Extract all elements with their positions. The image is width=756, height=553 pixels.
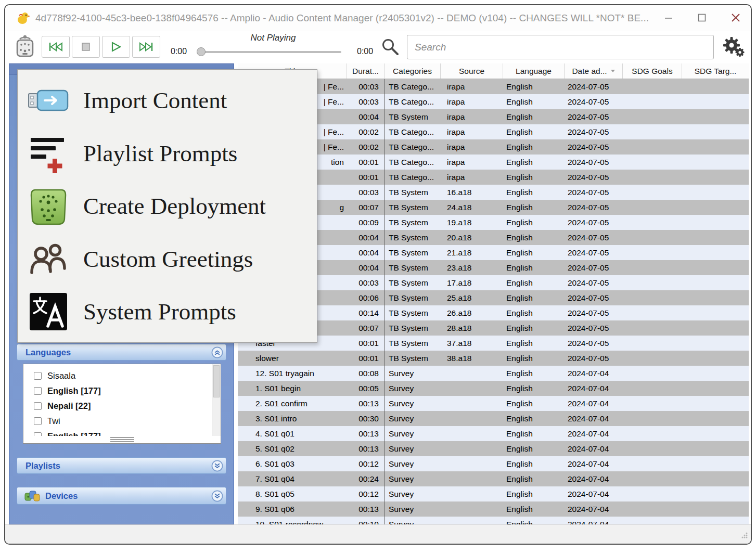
table-row[interactable]: 3. S01 intro00:30SurveyEnglish2024-07-04: [238, 411, 749, 426]
collapse-up-icon[interactable]: [211, 346, 223, 358]
maximize-button[interactable]: [698, 14, 706, 22]
column-header-lang[interactable]: Language: [503, 63, 565, 79]
cell-targ: [682, 230, 749, 245]
menu-item-custom-greetings[interactable]: Custom Greetings: [26, 236, 309, 282]
cell-dur: 00:13: [347, 441, 385, 456]
cell-cat: TB System: [385, 109, 441, 124]
next-button[interactable]: [132, 36, 160, 58]
cell-title: slower: [238, 351, 347, 366]
column-header-date[interactable]: Date ad...: [565, 63, 623, 79]
table-row[interactable]: 2. S01 confirm00:13SurveyEnglish2024-07-…: [238, 396, 749, 411]
cell-dur: 00:04: [347, 260, 385, 275]
cell-targ: [682, 381, 749, 396]
settings-gears-icon[interactable]: [722, 36, 745, 60]
language-checkbox[interactable]: [34, 417, 42, 425]
cell-date: 2024-07-05: [565, 290, 623, 305]
previous-button[interactable]: [42, 36, 70, 58]
table-row[interactable]: slower00:01TB System38.a18English2024-07…: [238, 351, 749, 366]
cell-dur: 00:13: [347, 396, 385, 411]
expand-down-icon[interactable]: [211, 490, 223, 502]
table-row[interactable]: 7. S01 q0400:24SurveyEnglish2024-07-04: [238, 471, 749, 486]
cell-src: irapa: [441, 124, 503, 139]
sidebar-section-playlists[interactable]: Playlists: [17, 457, 226, 474]
language-option[interactable]: Twi: [23, 414, 212, 429]
cell-dur: 00:01: [347, 351, 385, 366]
cell-src: 21.a18: [441, 245, 503, 260]
cell-dur: 00:09: [347, 215, 385, 230]
language-option[interactable]: Nepali [22]: [23, 398, 212, 414]
menu-item-create-deployment[interactable]: Create Deployment: [26, 183, 309, 229]
cell-goals: [623, 215, 682, 230]
scrollbar-thumb[interactable]: [213, 365, 220, 397]
table-row[interactable]: 4. S01 q0100:13SurveyEnglish2024-07-04: [238, 426, 749, 441]
cell-src: [441, 486, 503, 501]
search-icon[interactable]: [381, 37, 400, 58]
table-row[interactable]: 6. S01 q0300:12SurveyEnglish2024-07-04: [238, 456, 749, 471]
stop-button[interactable]: [72, 36, 100, 58]
search-input[interactable]: [407, 35, 714, 59]
cell-lang: English: [503, 94, 565, 109]
cell-targ: [682, 245, 749, 260]
cell-targ: [682, 351, 749, 366]
cell-dur: 00:04: [347, 109, 385, 124]
column-header-targ[interactable]: SDG Targ...: [682, 63, 749, 79]
sidebar-section-devices[interactable]: Devices: [17, 487, 226, 505]
cell-lang: English: [503, 320, 565, 336]
cell-lang: English: [503, 396, 565, 411]
table-row[interactable]: 8. S01 q0500:12SurveyEnglish2024-07-04: [238, 486, 749, 501]
close-button[interactable]: [731, 13, 740, 22]
language-scrollbar[interactable]: [212, 364, 221, 437]
splitter-handle[interactable]: [23, 436, 221, 443]
cell-targ: [682, 215, 749, 230]
cell-targ: [682, 185, 749, 200]
column-header-cat[interactable]: Categories: [385, 63, 441, 79]
column-header-src[interactable]: Source: [441, 63, 503, 79]
talking-book-device-icon: [12, 34, 37, 61]
cell-date: 2024-07-05: [565, 215, 623, 230]
cell-date: 2024-07-05: [565, 305, 623, 320]
cell-cat: TB System: [385, 260, 441, 275]
cell-dur: 00:04: [347, 230, 385, 245]
minimize-button[interactable]: [664, 14, 673, 22]
cell-title: 2. S01 confirm: [238, 396, 347, 411]
cell-lang: English: [503, 290, 565, 305]
cell-lang: English: [503, 305, 565, 320]
resize-grip[interactable]: [741, 532, 748, 541]
cell-targ: [682, 79, 749, 94]
cell-date: 2024-07-05: [565, 351, 623, 366]
sidebar-section-languages[interactable]: Languages: [17, 344, 226, 361]
cell-title: 6. S01 q03: [238, 456, 347, 471]
language-checkbox[interactable]: [34, 387, 42, 395]
talking-book-green-icon: [26, 186, 71, 226]
menu-item-system-prompts[interactable]: System Prompts: [26, 288, 309, 335]
cell-src: [441, 471, 503, 486]
cell-src: 16.a18: [441, 185, 503, 200]
language-option[interactable]: Sisaala: [23, 368, 212, 383]
cell-cat: TB System: [385, 320, 441, 336]
menu-item-playlist-prompts[interactable]: Playlist Prompts: [26, 130, 309, 177]
language-checkbox[interactable]: [34, 372, 42, 380]
table-row[interactable]: 9. S01 q0600:13SurveyEnglish2024-07-04: [238, 501, 749, 517]
cell-cat: TB System: [385, 336, 441, 351]
table-row[interactable]: 12. S01 tryagain00:08SurveyEnglish2024-0…: [238, 366, 749, 381]
table-row[interactable]: 10. S01 recordnow00:10SurveyEnglish2024-…: [238, 517, 749, 524]
menu-item-import-content[interactable]: Import Content: [26, 77, 309, 124]
table-row[interactable]: 5. S01 q0200:13SurveyEnglish2024-07-04: [238, 441, 749, 456]
cell-dur: 00:12: [347, 456, 385, 471]
expand-down-icon[interactable]: [211, 460, 223, 472]
column-header-goals[interactable]: SDG Goals: [623, 63, 682, 79]
play-button[interactable]: [102, 36, 130, 58]
language-checkbox[interactable]: [34, 402, 42, 410]
playback-slider[interactable]: [197, 51, 341, 53]
cell-date: 2024-07-05: [565, 230, 623, 245]
cell-date: 2024-07-04: [565, 517, 623, 524]
cell-date: 2024-07-05: [565, 79, 623, 94]
slider-thumb[interactable]: [197, 47, 206, 56]
table-row[interactable]: 1. S01 begin00:05SurveyEnglish2024-07-04: [238, 381, 749, 396]
language-option[interactable]: English [177]: [23, 383, 212, 398]
cell-date: 2024-07-05: [565, 139, 623, 155]
cell-goals: [623, 501, 682, 517]
cell-lang: English: [503, 185, 565, 200]
cell-dur: 00:01: [347, 155, 385, 170]
column-header-dur[interactable]: Durat...: [347, 63, 385, 79]
